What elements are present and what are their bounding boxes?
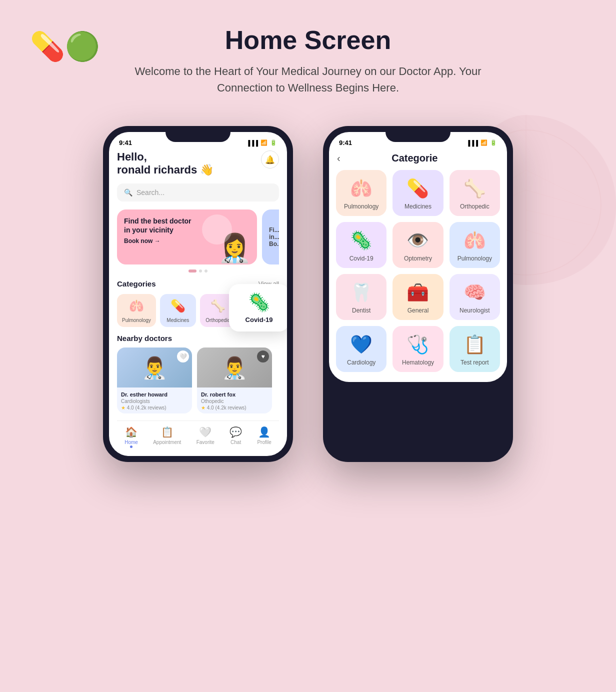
dentist-tile-label: Dentist <box>352 307 370 314</box>
dot-1 <box>188 270 196 272</box>
nav-favorite[interactable]: 🤍 Favorite <box>196 426 214 448</box>
doctor2-rating: ★ 4.0 (4.2k reviews) <box>201 405 268 410</box>
dentist-tile-icon: 🦷 <box>350 282 372 303</box>
banner-card-2[interactable]: Fi...in...Bo... <box>262 210 279 264</box>
battery-icon: 🔋 <box>270 140 277 146</box>
covid-label: Covid-19 <box>239 316 279 324</box>
doctor1-avatar: 👨‍⚕️ <box>142 356 168 380</box>
doctor1-info: Dr. esther howard Cardiologists ★ 4.0 (4… <box>117 388 192 414</box>
phone1-status-icons: ▐▐▐ 📶 🔋 <box>246 140 277 146</box>
phone1-time: 9:41 <box>119 139 132 146</box>
medicines-icon: 💊 <box>165 299 191 313</box>
doctor1-spec: Cardiologists <box>121 398 188 404</box>
banner-card-1[interactable]: Find the best doctor in your vicinity Bo… <box>117 210 257 264</box>
hematology-tile-icon: 🩺 <box>406 334 429 355</box>
favorite-nav-icon: 🤍 <box>199 426 212 438</box>
covid-tile-icon: 🦠 <box>350 230 372 251</box>
pulmonology2-tile-label: Pulmonology <box>458 255 492 262</box>
back-button[interactable]: ‹ <box>337 152 340 164</box>
test-report-tile-icon: 📋 <box>464 334 486 355</box>
tile-test-report[interactable]: 📋 Test report <box>450 326 500 372</box>
medicines-tile-label: Medicines <box>404 203 432 210</box>
tile-pulmonology[interactable]: 🫁 Pulmonology <box>336 170 386 216</box>
tile-medicines[interactable]: 💊 Medicines <box>392 170 443 216</box>
category-medicines[interactable]: 💊 Medicines <box>160 294 196 327</box>
wifi-icon: 📶 <box>260 140 268 146</box>
tile-orthopedic[interactable]: 🦴 Orthopedic <box>450 170 500 216</box>
medicines-label: Medicines <box>166 318 189 323</box>
tile-general[interactable]: 🧰 General <box>392 274 443 320</box>
pulmonology-tile-icon: 🫁 <box>350 178 372 199</box>
doctor1-photo: 👨‍⚕️ 🤍 <box>117 348 192 388</box>
search-bar[interactable]: 🔍 Search... <box>117 184 279 202</box>
doctor1-fav-btn[interactable]: 🤍 <box>177 350 189 362</box>
search-placeholder: Search... <box>136 188 164 196</box>
signal2-icon: ▐▐▐ <box>466 140 478 146</box>
pulmonology2-tile-icon: 🫁 <box>464 230 486 251</box>
banner-wrapper: Find the best doctor in your vicinity Bo… <box>117 210 279 264</box>
phone1-notch <box>166 126 230 142</box>
phones-container: 9:41 ▐▐▐ 📶 🔋 Hello, ronald richards 👋 🔔 <box>0 126 616 462</box>
categories-screen-title: Categorie <box>346 152 483 164</box>
category-pulmonology[interactable]: 🫁 Pulmonology <box>117 294 156 327</box>
categories-grid: 🫁 Pulmonology 💊 Medicines 🦴 Orthopedic 🦠… <box>329 170 507 382</box>
hematology-tile-label: Hematology <box>402 359 434 366</box>
orthopedic-tile-label: Orthopedic <box>460 203 490 210</box>
doctor1-rating: ★ 4.0 (4.2k reviews) <box>121 405 188 410</box>
notification-bell[interactable]: 🔔 <box>261 150 279 168</box>
doctor-card-2[interactable]: 👨‍⚕️ ♥ Dr. robert fox Othopedic ★ 4.0 (4… <box>197 348 272 414</box>
pulmonology-tile-label: Pulmonology <box>344 203 378 210</box>
pulmonology-label: Pulmonology <box>122 318 151 323</box>
tile-hematology[interactable]: 🩺 Hematology <box>392 326 443 372</box>
nav-appointment[interactable]: 📋 Appointment <box>153 426 181 448</box>
nav-profile[interactable]: 👤 Profile <box>257 426 271 448</box>
covid-icon: 🦠 <box>239 292 279 313</box>
nav-home[interactable]: 🏠 Home <box>124 426 138 448</box>
medicines-tile-icon: 💊 <box>406 178 429 199</box>
page-title: Home Screen <box>10 25 606 55</box>
page-subtitle: Welcome to the Heart of Your Medical Jou… <box>133 63 483 96</box>
general-tile-icon: 🧰 <box>406 282 429 303</box>
greeting-line1: Hello, <box>117 150 214 164</box>
cat-screen-header: ‹ Categorie <box>329 148 507 170</box>
phone2-time: 9:41 <box>339 139 352 146</box>
optometry-tile-icon: 👁️ <box>406 230 429 251</box>
tile-cardiology[interactable]: 💙 Cardiology <box>336 326 386 372</box>
appointment-nav-icon: 📋 <box>161 426 174 438</box>
tile-pulmonology2[interactable]: 🫁 Pulmonology <box>450 222 500 268</box>
banner-scroll: Find the best doctor in your vicinity Bo… <box>117 210 279 264</box>
nav-chat[interactable]: 💬 Chat <box>230 426 242 448</box>
bottom-nav: 🏠 Home 📋 Appointment 🤍 Favorite 💬 <box>117 420 279 456</box>
doctor-card-1[interactable]: 👨‍⚕️ 🤍 Dr. esther howard Cardiologists ★… <box>117 348 192 414</box>
appointment-nav-label: Appointment <box>153 440 181 445</box>
nearby-title: Nearby doctors <box>117 334 279 342</box>
tile-dentist[interactable]: 🦷 Dentist <box>336 274 386 320</box>
home-nav-icon: 🏠 <box>125 426 138 438</box>
profile-nav-label: Profile <box>257 440 271 445</box>
dot-2 <box>199 270 202 272</box>
general-tile-label: General <box>408 307 429 314</box>
banner-circle <box>202 214 232 244</box>
phone2-screen: 9:41 ▐▐▐ 📶 🔋 ‹ Categorie 🫁 Pulmonology <box>329 132 507 382</box>
orthopedic-label: Orthopedic <box>206 318 230 323</box>
orthopedic-tile-icon: 🦴 <box>464 178 486 199</box>
tile-covid[interactable]: 🦠 Covid-19 <box>336 222 386 268</box>
covid-popup-card[interactable]: 🦠 Covid-19 <box>229 284 287 332</box>
doctor2-fav-btn[interactable]: ♥ <box>257 350 269 362</box>
tile-optometry[interactable]: 👁️ Optometry <box>392 222 443 268</box>
tile-neurologist[interactable]: 🧠 Neurologist <box>450 274 500 320</box>
profile-nav-icon: 👤 <box>258 426 270 438</box>
banner2-text: Fi...in...Bo... <box>269 226 279 248</box>
phone1-content: Hello, ronald richards 👋 🔔 🔍 Search... <box>109 148 287 456</box>
dot-3 <box>204 270 208 272</box>
carousel-dots <box>117 270 279 272</box>
chat-nav-label: Chat <box>230 440 241 445</box>
pulmonology-icon: 🫁 <box>122 299 151 313</box>
page-header: Home Screen Welcome to the Heart of Your… <box>0 0 616 106</box>
signal-icon: ▐▐▐ <box>246 140 258 146</box>
phone2-frame: 9:41 ▐▐▐ 📶 🔋 ‹ Categorie 🫁 Pulmonology <box>323 126 513 462</box>
doctor2-name: Dr. robert fox <box>201 392 268 398</box>
battery2-icon: 🔋 <box>490 140 497 146</box>
home-active-dot <box>130 446 132 448</box>
chat-nav-icon: 💬 <box>230 426 242 438</box>
